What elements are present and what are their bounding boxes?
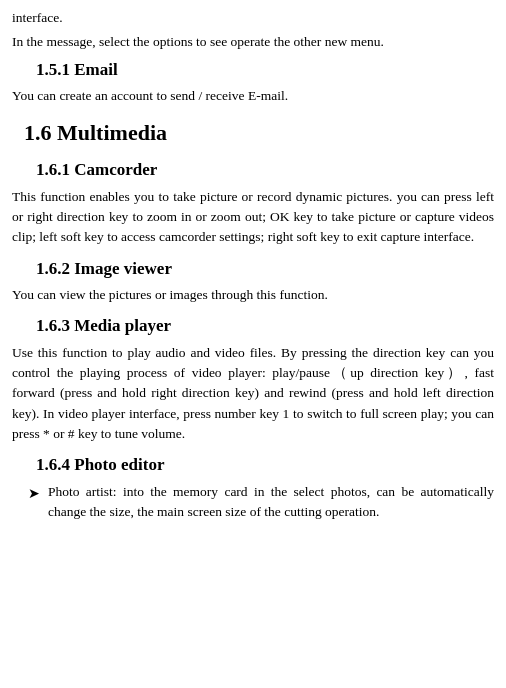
body-1-6-2: You can view the pictures or images thro… xyxy=(12,285,494,305)
body-1-5-1: You can create an account to send / rece… xyxy=(12,86,494,106)
heading-1-6-4: 1.6.4 Photo editor xyxy=(12,452,494,478)
bullet-item-0: ➤ Photo artist: into the memory card in … xyxy=(12,482,494,523)
body-1-6-3: Use this function to play audio and vide… xyxy=(12,343,494,444)
heading-1-5-1: 1.5.1 Email xyxy=(12,57,494,83)
body-1-6-1: This function enables you to take pictur… xyxy=(12,187,494,248)
intro-line-1: interface. xyxy=(12,8,494,28)
heading-1-6-1: 1.6.1 Camcorder xyxy=(12,157,494,183)
bullet-text-0: Photo artist: into the memory card in th… xyxy=(48,482,494,523)
heading-1-6: 1.6 Multimedia xyxy=(12,116,494,149)
bullet-arrow-icon: ➤ xyxy=(28,482,40,504)
heading-1-6-2: 1.6.2 Image viewer xyxy=(12,256,494,282)
document-content: interface. In the message, select the op… xyxy=(12,8,494,522)
intro-line-2: In the message, select the options to se… xyxy=(12,32,494,52)
heading-1-6-3: 1.6.3 Media player xyxy=(12,313,494,339)
